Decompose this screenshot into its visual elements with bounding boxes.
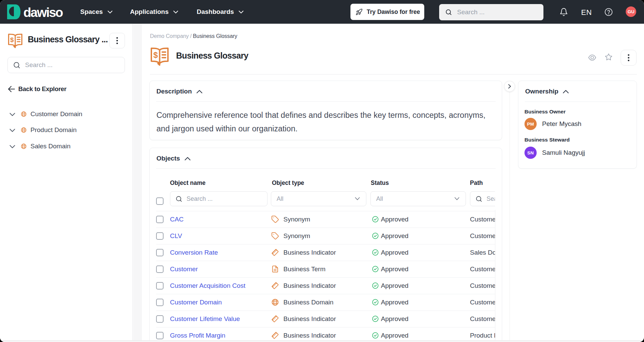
svg-text:$: $ <box>153 50 158 60</box>
svg-text:$: $ <box>10 36 14 43</box>
